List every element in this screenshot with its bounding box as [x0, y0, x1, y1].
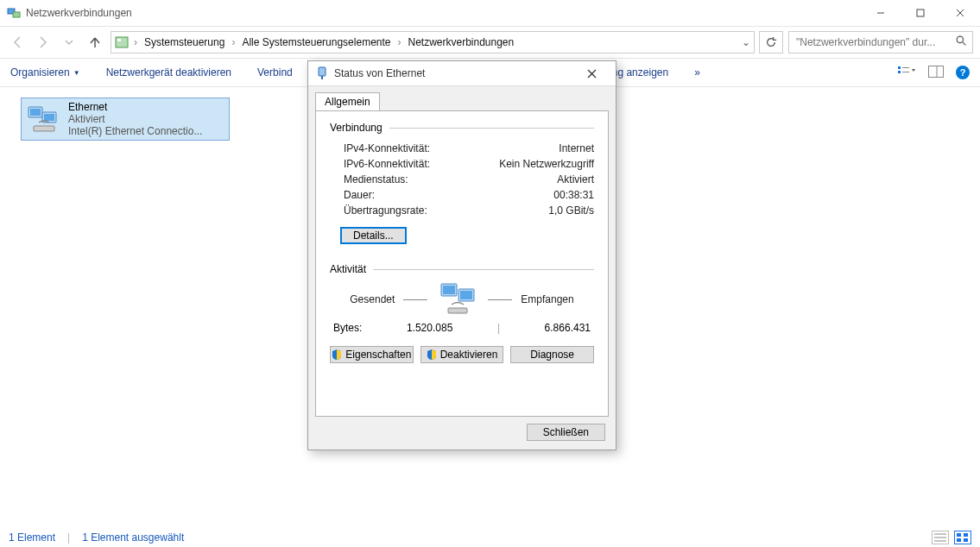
svg-rect-11 — [898, 71, 901, 73]
network-activity-icon — [436, 282, 479, 317]
speed-value: 1,0 GBit/s — [548, 204, 594, 217]
dialog-titlebar[interactable]: Status von Ethernet — [308, 61, 616, 86]
overflow-menu[interactable]: » — [694, 66, 700, 79]
chevron-right-icon: › — [395, 36, 402, 48]
svg-rect-13 — [902, 72, 909, 72]
recent-locations-button[interactable] — [59, 32, 79, 53]
address-dropdown-button[interactable]: ⌄ — [742, 36, 750, 48]
svg-line-9 — [963, 42, 965, 45]
connection-name: Ethernet — [68, 101, 202, 113]
search-icon[interactable] — [956, 35, 967, 49]
svg-rect-25 — [964, 533, 968, 537]
navigation-bar: › Systemsteuerung › Alle Systemsteuerung… — [0, 27, 980, 59]
dialog-title: Status von Ethernet — [334, 67, 425, 79]
network-connections-icon — [7, 6, 21, 20]
group-activity-label: Aktivität — [330, 263, 366, 275]
svg-rect-26 — [957, 538, 961, 542]
chevron-right-icon: › — [132, 36, 139, 48]
connection-state: Aktiviert — [68, 113, 202, 125]
svg-rect-12 — [902, 67, 909, 68]
search-input[interactable] — [794, 35, 956, 49]
svg-rect-17 — [30, 109, 41, 116]
preview-pane-button[interactable] — [928, 66, 944, 80]
svg-rect-36 — [448, 308, 467, 313]
disable-device-button[interactable]: Netzwerkgerät deaktivieren — [106, 66, 231, 79]
duration-label: Dauer: — [344, 189, 375, 201]
sent-label: Gesendet — [350, 293, 395, 305]
ethernet-status-icon — [315, 66, 329, 80]
breadcrumb-item[interactable]: Netzwerkverbindungen — [404, 36, 517, 48]
disable-button[interactable]: Deaktivieren — [420, 346, 504, 363]
shield-icon — [332, 349, 342, 360]
svg-rect-10 — [898, 66, 901, 69]
refresh-button[interactable] — [759, 31, 783, 53]
group-connection-label: Verbindung — [330, 122, 383, 134]
ipv4-value: Internet — [559, 142, 594, 154]
minimize-button[interactable] — [861, 0, 901, 26]
address-bar[interactable]: › Systemsteuerung › Alle Systemsteuerung… — [111, 31, 755, 53]
media-status-label: Medienstatus: — [344, 173, 408, 185]
connection-device: Intel(R) Ethernet Connectio... — [68, 125, 202, 137]
ipv4-label: IPv4-Konnektivität: — [344, 142, 430, 154]
svg-rect-14 — [929, 66, 944, 77]
connection-item-ethernet[interactable]: Ethernet Aktiviert Intel(R) Ethernet Con… — [21, 97, 230, 141]
svg-rect-7 — [117, 39, 121, 41]
status-item-count: 1 Element — [9, 531, 55, 544]
ethernet-adapter-icon — [27, 104, 61, 135]
details-button[interactable]: Details... — [340, 227, 407, 244]
svg-point-8 — [957, 36, 963, 42]
search-box[interactable] — [788, 31, 973, 53]
svg-rect-6 — [116, 37, 128, 47]
up-button[interactable] — [85, 32, 105, 53]
svg-rect-3 — [917, 9, 924, 16]
bytes-received-value: 6.866.431 — [545, 322, 591, 334]
ipv6-value: Kein Netzwerkzugriff — [499, 158, 594, 170]
breadcrumb-item[interactable]: Systemsteuerung — [141, 36, 228, 48]
back-button[interactable] — [7, 32, 28, 53]
forward-button[interactable] — [33, 32, 54, 53]
diagnose-button[interactable]: Diagnose — [510, 346, 594, 363]
close-button[interactable]: Schließen — [527, 424, 605, 441]
media-status-value: Aktiviert — [557, 173, 594, 185]
tab-general[interactable]: Allgemein — [315, 92, 380, 111]
maximize-button[interactable] — [901, 0, 940, 26]
bytes-label: Bytes: — [333, 322, 362, 334]
window-title: Netzwerkverbindungen — [26, 7, 132, 19]
tab-page-general: Verbindung IPv4-Konnektivität:Internet I… — [315, 110, 609, 417]
breadcrumb-item[interactable]: Alle Systemsteuerungselemente — [238, 36, 394, 48]
svg-rect-27 — [964, 538, 968, 542]
icons-view-button[interactable] — [954, 531, 971, 544]
svg-rect-19 — [44, 114, 54, 121]
titlebar: Netzwerkverbindungen — [0, 0, 980, 27]
duration-value: 00:38:31 — [553, 189, 594, 201]
svg-rect-28 — [319, 67, 326, 76]
view-options-button[interactable] — [897, 66, 916, 80]
organize-menu[interactable]: Organisieren ▼ — [10, 66, 80, 79]
shield-icon — [427, 349, 437, 360]
svg-rect-20 — [34, 126, 54, 131]
help-button[interactable]: ? — [956, 66, 970, 79]
status-selected-count: 1 Element ausgewählt — [82, 531, 184, 544]
details-view-button[interactable] — [932, 531, 949, 544]
speed-label: Übertragungsrate: — [344, 204, 427, 217]
connection-menu-truncated[interactable]: Verbind — [257, 66, 293, 79]
dialog-close-button[interactable] — [574, 61, 609, 85]
chevron-right-icon: › — [230, 36, 237, 48]
received-label: Empfangen — [521, 293, 573, 305]
svg-rect-33 — [443, 286, 455, 294]
status-bar: 1 Element | 1 Element ausgewählt — [0, 528, 980, 547]
svg-rect-24 — [957, 533, 961, 537]
bytes-sent-value: 1.520.085 — [407, 322, 452, 334]
control-panel-icon — [115, 35, 129, 49]
properties-button[interactable]: Eigenschaften — [330, 346, 414, 363]
svg-rect-35 — [460, 291, 472, 299]
svg-rect-1 — [13, 12, 20, 17]
ipv6-label: IPv6-Konnektivität: — [344, 158, 430, 170]
close-window-button[interactable] — [940, 0, 980, 26]
ethernet-status-dialog: Status von Ethernet Allgemein Verbindung… — [307, 60, 616, 450]
